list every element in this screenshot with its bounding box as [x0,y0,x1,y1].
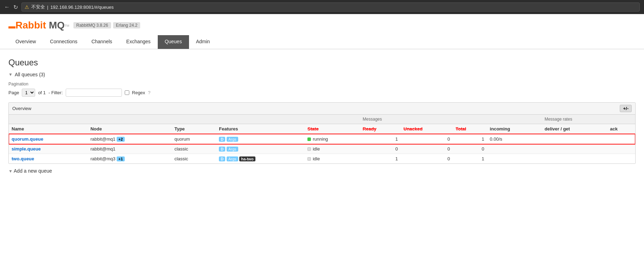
col-state: State [305,124,360,134]
tab-queues[interactable]: Queues [158,35,189,49]
erlang-version: Erlang 24.2 [113,22,140,28]
state-label: idle [313,156,320,161]
cell-type: quorum [171,134,216,144]
version-badges: RabbitMQ 3.8.26 Erlang 24.2 [73,22,140,28]
column-header-row: Name Node Type Features State Ready Unac… [9,124,635,134]
col-incoming: incoming [487,124,542,134]
cell-type: classic [171,154,216,164]
cell-deliver-get [542,154,607,164]
tab-overview[interactable]: Overview [8,35,43,49]
cell-features: D Args [216,144,305,154]
col-features: Features [216,124,305,134]
cell-incoming [487,154,542,164]
col-ack: ack [607,124,635,134]
feature-args[interactable]: Args [227,137,238,142]
tab-exchanges[interactable]: Exchanges [119,35,157,49]
back-button[interactable]: ← [4,4,10,10]
of-label: of 1 [38,90,46,95]
group-empty [487,115,542,124]
add-queue-expand-icon[interactable]: ▼ [8,169,13,174]
cell-unacked: 0 [401,134,453,144]
cell-node: rabbit@mq1 +2 [87,134,171,144]
col-type: Type [171,124,216,134]
insecure-label: 不安全 [31,4,45,10]
regex-label: Regex [132,90,145,95]
cell-unacked: 0 [401,144,453,154]
queue-name-link[interactable]: quorum.queue [12,136,43,142]
cell-ack [607,134,635,144]
group-messages: Messages [360,115,487,124]
url-text: 192.168.96.128:8081/#/queues [50,5,113,10]
col-total: Total [453,124,487,134]
filter-label: - Filter: [48,90,63,95]
col-deliver-get: deliver / get [542,124,607,134]
table-section-header: Overview +/- [9,103,635,115]
cell-ack [607,144,635,154]
cell-name: simple.queue [9,144,87,154]
collapse-icon[interactable]: ▼ [8,72,13,77]
tab-channels[interactable]: Channels [84,35,119,49]
cell-state: running [305,134,360,144]
logo: ▬Rabbit MQTM [8,20,69,31]
cell-state: idle [305,144,360,154]
cell-deliver-get [542,134,607,144]
cell-node: rabbit@mq1 [87,144,171,154]
cell-node: rabbit@mq3 +1 [87,154,171,164]
cell-state: idle [305,154,360,164]
cell-name: two.queue [9,154,87,164]
feature-args[interactable]: Args [227,147,238,152]
browser-chrome: ← ↻ ⚠ 不安全 | 192.168.96.128:8081/#/queues [0,0,644,14]
tab-connections[interactable]: Connections [43,35,84,49]
cell-ready: 1 [360,154,401,164]
warning-icon: ⚠ [25,4,29,10]
regex-checkbox[interactable] [125,90,129,95]
cell-features: D Args ha-two [216,154,305,164]
state-label: idle [313,146,320,152]
group-message-rates: Message rates [542,115,635,124]
queue-name-link[interactable]: simple.queue [12,146,41,152]
cell-deliver-get [542,144,607,154]
cell-features: D Args [216,134,305,144]
cell-unacked: 0 [401,154,453,164]
add-queue-label[interactable]: Add a new queue [14,168,52,174]
all-queues-header: ▼ All queues (3) [8,72,636,77]
state-label: running [313,136,328,142]
cell-total: 1 [453,154,487,164]
table-section-label: Overview [12,106,31,111]
pagination-label: Pagination [8,82,636,86]
reload-button[interactable]: ↻ [13,4,18,11]
queues-table: Messages Message rates Name Node Type Fe… [9,115,635,163]
filter-input[interactable] [66,89,122,97]
group-header-row: Messages Message rates [9,115,635,124]
nav-tabs: Overview Connections Channels Exchanges … [8,35,636,49]
all-queues-label: All queues (3) [15,72,45,77]
feature-d: D [219,156,225,161]
column-toggle-button[interactable]: +/- [620,105,632,112]
rabbitmq-version: RabbitMQ 3.8.26 [73,22,111,28]
address-bar[interactable]: ⚠ 不安全 | 192.168.96.128:8081/#/queues [21,2,640,12]
cell-total: 0 [453,144,487,154]
cell-type: classic [171,144,216,154]
cell-total: 1 [453,134,487,144]
table-row: two.queue rabbit@mq3 +1 classic D Args h… [9,154,635,164]
cell-ready: 1 [360,134,401,144]
page-select[interactable]: 1 [22,89,35,97]
pagination-controls: Page 1 of 1 - Filter: Regex ? [8,89,636,97]
state-indicator [307,137,311,141]
tab-admin[interactable]: Admin [189,35,217,49]
table-row: quorum.queue rabbit@mq1 +2 quorum D Args… [9,134,635,144]
node-badge[interactable]: +1 [117,156,125,161]
url-separator: | [47,5,48,10]
pagination-section: Pagination Page 1 of 1 - Filter: Regex ? [8,82,636,97]
cell-ack [607,154,635,164]
col-ready: Ready [360,124,401,134]
logo-mq: MQ [49,20,65,31]
feature-d: D [219,147,225,152]
app-header: ▬Rabbit MQTM RabbitMQ 3.8.26 Erlang 24.2… [0,14,644,49]
feature-args[interactable]: Args [227,156,238,161]
cell-incoming: 0.00/s [487,134,542,144]
node-badge[interactable]: +2 [117,137,125,142]
queue-name-link[interactable]: two.queue [12,156,34,161]
regex-help[interactable]: ? [148,90,150,95]
page-title: Queues [8,58,636,68]
